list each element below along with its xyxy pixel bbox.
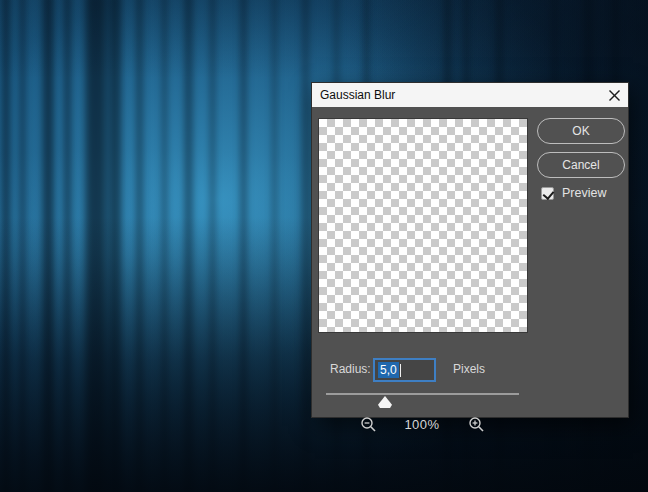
blur-preview-area[interactable] — [318, 118, 528, 333]
slider-track[interactable] — [326, 393, 519, 395]
radius-label: Radius: — [330, 362, 371, 376]
zoom-in-button[interactable] — [467, 415, 485, 433]
radius-value-selected: 5,0 — [378, 362, 399, 378]
zoom-controls: 100% — [318, 413, 526, 435]
preview-checkbox-label: Preview — [562, 186, 606, 200]
slider-thumb[interactable] — [378, 396, 392, 408]
gaussian-blur-dialog: Gaussian Blur 100% — [311, 82, 629, 418]
checkbox-checked-icon[interactable] — [541, 187, 554, 200]
text-cursor — [400, 364, 401, 377]
zoom-out-button[interactable] — [359, 415, 377, 433]
ok-button[interactable]: OK — [537, 118, 625, 144]
close-icon[interactable] — [600, 83, 628, 107]
magnifier-plus-icon — [468, 416, 485, 433]
radius-unit-label: Pixels — [453, 362, 485, 376]
radius-slider[interactable] — [326, 388, 519, 406]
zoom-level: 100% — [403, 417, 441, 432]
dialog-title: Gaussian Blur — [312, 88, 395, 102]
magnifier-minus-icon — [360, 416, 377, 433]
photoshop-canvas: Gaussian Blur 100% — [0, 0, 648, 492]
cancel-button[interactable]: Cancel — [537, 152, 625, 178]
radius-input[interactable]: 5,0 — [373, 358, 436, 382]
preview-checkbox[interactable]: Preview — [541, 186, 606, 200]
radius-row: Radius: 5,0 Pixels — [312, 358, 630, 382]
dialog-titlebar[interactable]: Gaussian Blur — [312, 83, 628, 107]
